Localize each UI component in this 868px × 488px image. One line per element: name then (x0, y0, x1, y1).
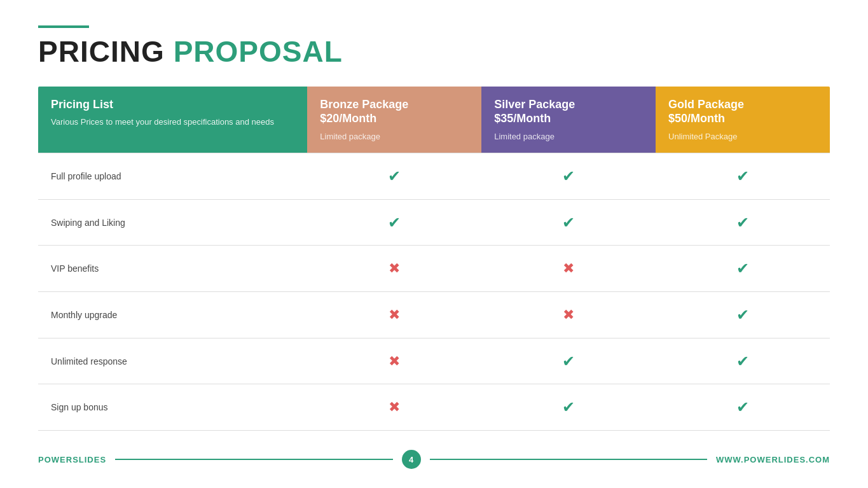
check-yes-icon: ✔ (562, 214, 575, 231)
footer-line-left (115, 459, 392, 460)
title-proposal: PROPOSAL (174, 34, 343, 69)
list-col-desc: Various Prices to meet your desired spec… (51, 116, 294, 128)
silver-cell-row-2: ✖ (481, 246, 656, 292)
bronze-cell-row-2: ✖ (307, 246, 481, 292)
brand-green: SLIDES (72, 455, 106, 464)
feature-label: Monthly upgrade (38, 292, 307, 338)
check-no-icon: ✖ (563, 307, 574, 323)
col-header-silver: Silver Package$35/Month Limited package (481, 87, 656, 153)
check-yes-icon: ✔ (736, 306, 749, 323)
col-header-bronze: Bronze Package$20/Month Limited package (307, 87, 481, 153)
table-row: Swiping and Liking✔✔✔ (38, 199, 830, 246)
check-yes-icon: ✔ (562, 352, 575, 370)
table-body: Full profile upload✔✔✔Swiping and Liking… (38, 153, 830, 431)
gold-cell-row-1: ✔ (656, 199, 830, 246)
check-yes-icon: ✔ (388, 167, 401, 185)
bronze-cell-row-1: ✔ (307, 199, 481, 246)
check-yes-icon: ✔ (562, 398, 575, 415)
brand-black: POWER (38, 455, 72, 464)
silver-pkg-sub: Limited package (494, 132, 643, 141)
bronze-cell-row-5: ✖ (307, 384, 481, 431)
page: PRICING PROPOSAL Pricing List Various Pr… (0, 0, 868, 488)
silver-pkg-name: Silver Package$35/Month (494, 98, 643, 125)
table-header-row: Pricing List Various Prices to meet your… (38, 87, 830, 153)
table-row: Sign up bonus✖✔✔ (38, 384, 830, 431)
bronze-cell-row-0: ✔ (307, 153, 481, 200)
table-row: Monthly upgrade✖✖✔ (38, 292, 830, 338)
silver-cell-row-1: ✔ (481, 199, 656, 246)
gold-cell-row-0: ✔ (656, 153, 830, 200)
check-no-icon: ✖ (389, 307, 400, 323)
gold-cell-row-5: ✔ (656, 384, 830, 431)
bronze-pkg-name: Bronze Package$20/Month (320, 98, 469, 125)
gold-cell-row-2: ✔ (656, 246, 830, 292)
page-title: PRICING PROPOSAL (38, 34, 830, 69)
feature-label: Full profile upload (38, 153, 307, 200)
check-yes-icon: ✔ (562, 167, 575, 185)
check-yes-icon: ✔ (736, 167, 749, 185)
gold-pkg-name: Gold Package$50/Month (668, 98, 817, 125)
feature-label: Sign up bonus (38, 384, 307, 431)
check-no-icon: ✖ (389, 260, 400, 276)
check-yes-icon: ✔ (388, 214, 401, 231)
bronze-cell-row-4: ✖ (307, 338, 481, 384)
silver-cell-row-4: ✔ (481, 338, 656, 384)
check-yes-icon: ✔ (736, 398, 749, 415)
footer-website: WWW.POWERLIDES.COM (716, 455, 830, 464)
check-yes-icon: ✔ (736, 352, 749, 370)
check-yes-icon: ✔ (736, 214, 749, 231)
feature-label: Unlimited response (38, 338, 307, 384)
check-no-icon: ✖ (389, 353, 400, 369)
header-accent-line (38, 25, 89, 28)
bronze-pkg-sub: Limited package (320, 132, 469, 141)
feature-label: Swiping and Liking (38, 199, 307, 246)
list-col-title: Pricing List (51, 98, 294, 111)
check-no-icon: ✖ (389, 399, 400, 415)
silver-cell-row-5: ✔ (481, 384, 656, 431)
table-row: Unlimited response✖✔✔ (38, 338, 830, 384)
col-header-gold: Gold Package$50/Month Unlimited Package (656, 87, 830, 153)
footer-line-right (430, 459, 707, 460)
title-pricing: PRICING (38, 34, 165, 69)
table-row: Full profile upload✔✔✔ (38, 153, 830, 200)
check-yes-icon: ✔ (736, 260, 749, 277)
gold-cell-row-4: ✔ (656, 338, 830, 384)
feature-label: VIP benefits (38, 246, 307, 292)
silver-cell-row-0: ✔ (481, 153, 656, 200)
check-no-icon: ✖ (563, 260, 574, 276)
gold-cell-row-3: ✔ (656, 292, 830, 338)
footer: POWERSLIDES 4 WWW.POWERLIDES.COM (38, 443, 830, 469)
table-row: VIP benefits✖✖✔ (38, 246, 830, 292)
col-header-list: Pricing List Various Prices to meet your… (38, 87, 307, 153)
pricing-table: Pricing List Various Prices to meet your… (38, 87, 830, 431)
brand-name: POWERSLIDES (38, 455, 106, 464)
page-number-badge: 4 (402, 450, 421, 469)
silver-cell-row-3: ✖ (481, 292, 656, 338)
bronze-cell-row-3: ✖ (307, 292, 481, 338)
gold-pkg-sub: Unlimited Package (668, 132, 817, 141)
